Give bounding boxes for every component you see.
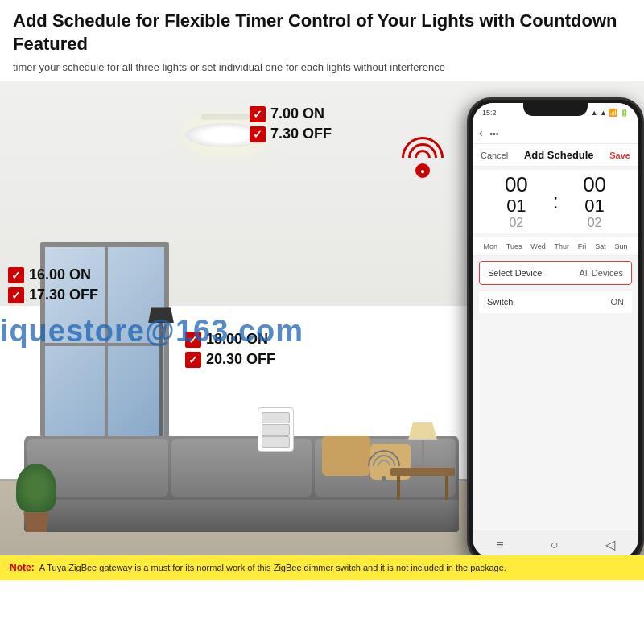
switch-row: Switch ON <box>479 290 632 313</box>
min-bot: 02 <box>588 216 602 230</box>
note-bar: Note: A Tuya ZigBee gateway is a must fo… <box>0 555 644 580</box>
table-lamp-base <box>415 464 431 468</box>
table-lamp-shade <box>407 422 439 440</box>
select-device-label: Select Device <box>488 268 542 278</box>
note-label: Note: <box>10 562 35 573</box>
hour-mid: 01 <box>506 196 526 216</box>
minute-column: 00 01 02 <box>575 173 615 229</box>
product-image: ● ✓ 7.00 ON ✓ 7.30 OFF ✓ 16.00 ON ✓ 17.3… <box>0 81 644 580</box>
min-mid: 01 <box>584 196 604 216</box>
phone-notch <box>523 100 588 116</box>
day-sun[interactable]: Sun <box>615 242 628 250</box>
switch-btn-3 <box>262 436 290 448</box>
schedule-mid-right: ✓ 18.00 ON ✓ 20.30 OFF <box>185 331 275 368</box>
select-device-value: All Devices <box>580 268 623 278</box>
floor-lamp-pole <box>159 323 163 452</box>
phone-status-icons: ▲ ▲ 📶 🔋 <box>591 109 629 117</box>
table-lamp <box>407 422 439 468</box>
switch-label: Switch <box>487 297 513 307</box>
save-button[interactable]: Save <box>609 151 630 160</box>
hour-top: 00 <box>505 173 528 196</box>
day-selector: Mon Tues Wed Thur Fri Sat Sun <box>473 237 638 256</box>
plant-pot <box>23 512 51 532</box>
select-device-row[interactable]: Select Device All Devices <box>479 261 632 285</box>
nav-home-icon[interactable]: ○ <box>551 538 559 552</box>
day-tues[interactable]: Tues <box>506 242 522 250</box>
schedule-item-2: ✓ 7.30 OFF <box>250 126 332 142</box>
time-colon: : <box>552 189 558 214</box>
window-frame-v <box>105 247 108 439</box>
schedule-title: Add Schedule <box>524 149 594 161</box>
phone-time: 15:2 <box>482 109 497 117</box>
schedule-item-1: ✓ 7.00 ON <box>250 105 332 122</box>
schedule-time-1: 7.00 ON <box>270 105 324 122</box>
schedule-item-3: ✓ 16.00 ON <box>8 266 98 283</box>
schedule-time-3: 16.00 ON <box>29 266 91 283</box>
hour-bot: 02 <box>509 216 523 230</box>
floor-lamp-shade <box>145 307 177 323</box>
schedule-mid-left: ✓ 16.00 ON ✓ 17.30 OFF <box>8 266 98 303</box>
wifi-signal-bottom-icon <box>362 444 407 484</box>
nav-menu-icon[interactable]: ≡ <box>496 538 503 552</box>
header-section: Add Schedule for Flexible Timer Control … <box>0 0 644 81</box>
time-picker: 00 01 02 : 00 01 02 <box>473 170 638 233</box>
page-subtitle: timer your schedule for all three lights… <box>13 60 631 75</box>
checkbox-3: ✓ <box>8 267 24 283</box>
switch-value: ON <box>611 297 625 307</box>
day-wed[interactable]: Wed <box>530 242 545 250</box>
lamp-ceiling <box>201 114 250 120</box>
schedule-time-2: 7.30 OFF <box>270 126 332 142</box>
more-options-icon[interactable]: ••• <box>489 129 499 138</box>
cancel-button[interactable]: Cancel <box>481 151 508 160</box>
note-text: A Tuya ZigBee gateway is a must for its … <box>39 562 506 574</box>
day-mon[interactable]: Mon <box>483 242 497 250</box>
page-title: Add Schedule for Flexible Timer Control … <box>13 10 631 56</box>
phone-nav-bar: ≡ ○ ◁ <box>473 530 638 559</box>
schedule-time-6: 20.30 OFF <box>206 351 275 368</box>
plant <box>16 464 56 532</box>
day-fri[interactable]: Fri <box>578 242 587 250</box>
checkbox-4: ✓ <box>8 287 24 303</box>
day-thur[interactable]: Thur <box>555 242 570 250</box>
schedule-item-5: ✓ 18.00 ON <box>185 331 275 348</box>
wifi-signal-icon: ● <box>394 130 451 178</box>
checkbox-5: ✓ <box>185 332 201 348</box>
switch-btn-1 <box>262 412 290 423</box>
back-arrow-icon[interactable]: ‹ <box>479 126 483 139</box>
phone-screen: 15:2 ▲ ▲ 📶 🔋 ‹ ••• Cancel Add Schedule S… <box>473 103 638 559</box>
sofa-seat <box>24 500 459 532</box>
app-header: Cancel Add Schedule Save <box>473 144 638 167</box>
schedule-time-5: 18.00 ON <box>206 331 268 348</box>
schedule-item-4: ✓ 17.30 OFF <box>8 287 98 303</box>
phone-mockup: 15:2 ▲ ▲ 📶 🔋 ‹ ••• Cancel Add Schedule S… <box>467 97 644 564</box>
schedule-time-4: 17.30 OFF <box>29 287 98 303</box>
table-leg-2 <box>445 476 448 500</box>
schedule-top-right: ✓ 7.00 ON ✓ 7.30 OFF <box>250 105 332 142</box>
day-sat[interactable]: Sat <box>595 242 606 250</box>
checkbox-6: ✓ <box>185 352 201 368</box>
checkbox-1: ✓ <box>250 106 266 122</box>
switch-btn-2 <box>262 424 290 436</box>
checkbox-2: ✓ <box>250 126 266 142</box>
plant-leaves <box>16 464 56 512</box>
min-top: 00 <box>583 173 606 196</box>
table-lamp-pole <box>422 440 424 464</box>
nav-back-icon[interactable]: ◁ <box>605 537 615 552</box>
schedule-item-6: ✓ 20.30 OFF <box>185 351 275 368</box>
wall-switch <box>258 407 294 452</box>
hour-column: 00 01 02 <box>496 173 536 229</box>
